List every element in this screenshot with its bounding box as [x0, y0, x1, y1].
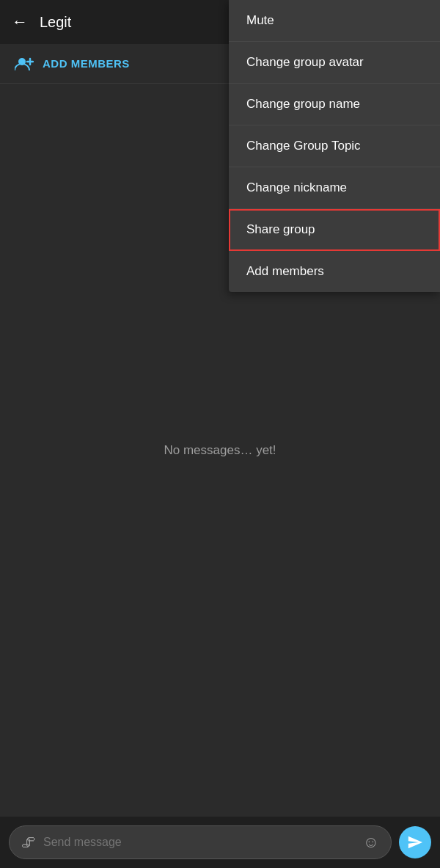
menu-item-add-members[interactable]: Add members: [229, 251, 440, 292]
menu-item-change-name[interactable]: Change group name: [229, 84, 440, 125]
dropdown-menu: Mute Change group avatar Change group na…: [229, 0, 440, 292]
menu-item-change-avatar[interactable]: Change group avatar: [229, 42, 440, 84]
menu-item-mute[interactable]: Mute: [229, 0, 440, 42]
dropdown-overlay[interactable]: Mute Change group avatar Change group na…: [0, 0, 440, 868]
menu-item-change-topic[interactable]: Change Group Topic: [229, 125, 440, 167]
menu-item-change-nickname[interactable]: Change nickname: [229, 167, 440, 209]
menu-item-share-group[interactable]: Share group: [229, 209, 440, 251]
